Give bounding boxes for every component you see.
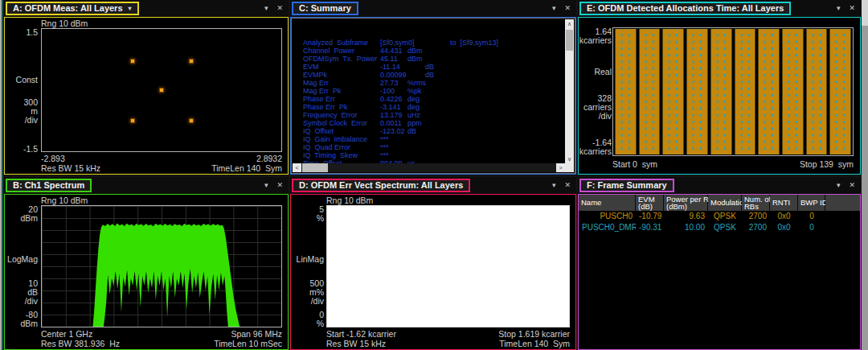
frame-table-header-cell[interactable] [825, 195, 860, 211]
frame-table-header-cell[interactable]: Power per RE(dBm) [664, 195, 708, 211]
panel-d-body: Rng 10 dBm 5 % LinMag 500 m% /div 0 % St… [290, 194, 576, 350]
minimize-icon[interactable]: ▾ [264, 3, 268, 13]
summary-row: IQ Gain Imbalance*** [292, 135, 565, 143]
summary-row: OFDMSym Tx. Power45.11dBm [292, 55, 565, 63]
y-axis-format: LinMag [291, 255, 324, 264]
panel-e-tab[interactable]: E: OFDM Detected Allocations Time: All L… [579, 2, 791, 15]
y-axis-max: 5 % [291, 205, 324, 223]
left-dock-strip [0, 0, 3, 350]
panel-b-body: Rng 10 dBm 20 dBm LogMag 10 dB /div -80 … [4, 194, 289, 350]
scroll-up-icon[interactable]: ∧ [565, 19, 574, 28]
summary-viewport: Analyzed Subframe[Sf0,sym0]to [Sf9,sym13… [291, 18, 575, 174]
panel-err-vect-spectrum: D: OFDM Err Vect Spectrum: All Layers ▾ … [290, 177, 576, 350]
panel-d-header[interactable]: D: OFDM Err Vect Spectrum: All Layers ▾ … [290, 177, 576, 194]
close-icon[interactable]: ✕ [849, 180, 855, 190]
spectrum-plot[interactable] [41, 205, 282, 327]
panel-f-tab[interactable]: F: Frame Summary [579, 179, 674, 192]
right-dock-strip [862, 0, 868, 350]
y-axis-scale: 328 carriers /div [579, 94, 612, 121]
scroll-right-icon[interactable]: > [556, 163, 565, 172]
panel-c-tab[interactable]: C: Summary [292, 2, 358, 15]
allocation-bar [615, 29, 637, 154]
y-axis-min: -1.5 [5, 145, 38, 154]
y-axis-scale: 500 m% /div [291, 279, 324, 306]
frame-table-header-cell[interactable]: EVM(dB) [636, 195, 664, 211]
allocation-bar [806, 29, 828, 154]
minimize-icon[interactable]: ▾ [837, 180, 841, 190]
frame-table-header: NameEVM(dB)Power per RE(dBm)ModulationNu… [579, 195, 860, 211]
frame-table-header-cell[interactable]: BWP ID [798, 195, 825, 211]
close-icon[interactable]: ✕ [276, 3, 283, 13]
timelen-label: TimeLen 140 Sym [211, 163, 282, 172]
close-icon[interactable]: ✕ [564, 3, 571, 13]
allocation-bar [829, 29, 851, 154]
frame-table-rows: PUSCH0-10.799.63QPSK27000x00PUSCH0_DMRS-… [579, 211, 860, 233]
summary-row: Frequency Error13.179uHz [292, 111, 565, 119]
close-icon[interactable]: ✕ [849, 3, 855, 13]
range-label: Rng 10 dBm [41, 19, 88, 28]
scroll-left-icon[interactable]: < [293, 163, 301, 172]
vertical-scrollbar[interactable]: ∧ ∨ [565, 19, 574, 163]
x-axis-min: -2.893 [41, 154, 65, 163]
summary-row: Channel Power44.431dBm [292, 47, 565, 55]
minimize-icon[interactable]: ▾ [264, 180, 268, 190]
panel-c-body: Analyzed Subframe[Sf0,sym0]to [Sf9,sym13… [290, 17, 576, 175]
y-axis-format: Const [5, 76, 38, 84]
res-bw-label: Res BW 15 kHz [41, 163, 100, 172]
summary-row: EVM-11.14dB [292, 63, 565, 71]
constellation-plot[interactable] [41, 28, 282, 152]
frame-table-header-cell[interactable]: Modulation [708, 195, 742, 211]
panel-b-header[interactable]: B: Ch1 Spectrum ▾ ✕ [4, 177, 289, 194]
minimize-icon[interactable]: ▾ [552, 180, 556, 190]
summary-row: Symbol Clock Error0.0011ppm [292, 119, 565, 127]
err-vect-plot[interactable] [326, 205, 570, 327]
y-axis-max: 1.5 [5, 28, 38, 37]
panel-a-header[interactable]: A: OFDM Meas: All Layers ▾ ▾ ✕ [4, 0, 289, 17]
frame-table-header-cell[interactable]: Name [579, 195, 636, 211]
allocation-bar [758, 29, 780, 154]
x-axis-max: 2.8932 [256, 154, 282, 163]
minimize-icon[interactable]: ▾ [837, 3, 841, 13]
y-axis-format: LogMag [5, 255, 38, 264]
frame-table-header-cell[interactable]: RNTI [770, 195, 798, 211]
panel-b-title: B: Ch1 Spectrum [13, 180, 84, 191]
panel-a-tab[interactable]: A: OFDM Meas: All Layers ▾ [6, 2, 139, 15]
center-freq-label: Center 1 GHz [41, 329, 92, 338]
summary-row: IQ Timing Skew*** [292, 151, 565, 159]
panel-f-header[interactable]: F: Frame Summary ▾ ✕ [578, 177, 861, 194]
panel-c-header[interactable]: C: Summary ▾ ✕ [290, 0, 576, 17]
close-icon[interactable]: ✕ [564, 180, 571, 190]
panel-e-title: E: OFDM Detected Allocations Time: All L… [587, 3, 784, 14]
panel-b-tab[interactable]: B: Ch1 Spectrum [6, 179, 92, 192]
close-icon[interactable]: ✕ [276, 180, 283, 190]
panel-e-header[interactable]: E: OFDM Detected Allocations Time: All L… [578, 0, 861, 17]
allocations-plot[interactable] [612, 27, 854, 156]
x-axis-start: Start 0 sym [612, 159, 657, 168]
summary-row: Mag Err Pk-100%pk [292, 87, 565, 95]
y-axis-max: 20 dBm [5, 205, 38, 223]
panel-d-tab[interactable]: D: OFDM Err Vect Spectrum: All Layers [292, 179, 470, 192]
frame-table-header-cell[interactable]: Num. ofRBs [742, 195, 770, 211]
horizontal-scrollbar[interactable]: < > [293, 163, 565, 172]
range-label: Rng 10 dBm [326, 196, 373, 205]
y-axis-max: 1.64 kcarriers [579, 27, 612, 45]
panel-e-body: 1.64 kcarriers Real 328 carriers /div -1… [578, 17, 861, 175]
horizontal-scroll-thumb[interactable] [302, 163, 328, 172]
frame-table-row[interactable]: PUSCH0-10.799.63QPSK27000x00 [579, 211, 860, 222]
y-axis-min: -80 dBm [5, 311, 38, 328]
minimize-icon[interactable]: ▾ [552, 3, 556, 13]
scrollbar-corner [565, 163, 574, 172]
dropdown-icon[interactable]: ▾ [129, 3, 132, 14]
range-label: Rng 10 dBm [41, 196, 88, 205]
frame-summary-table[interactable]: NameEVM(dB)Power per RE(dBm)ModulationNu… [579, 195, 860, 233]
x-axis-start: Start -1.62 kcarrier [326, 329, 396, 338]
allocation-bar [710, 29, 732, 154]
vertical-scroll-thumb[interactable] [566, 30, 573, 51]
allocation-bars [615, 29, 851, 154]
scroll-down-icon[interactable]: ∨ [565, 154, 574, 163]
constellation-points [42, 29, 281, 151]
summary-row: IQ Quad Error*** [292, 143, 565, 151]
panel-ch1-spectrum: B: Ch1 Spectrum ▾ ✕ Rng 10 dBm 20 dBm Lo… [4, 177, 289, 350]
summary-row: Mag Err27.73%rms [292, 79, 565, 87]
frame-table-row[interactable]: PUSCH0_DMRS-90.3110.00QPSK27000x00 [579, 222, 860, 233]
